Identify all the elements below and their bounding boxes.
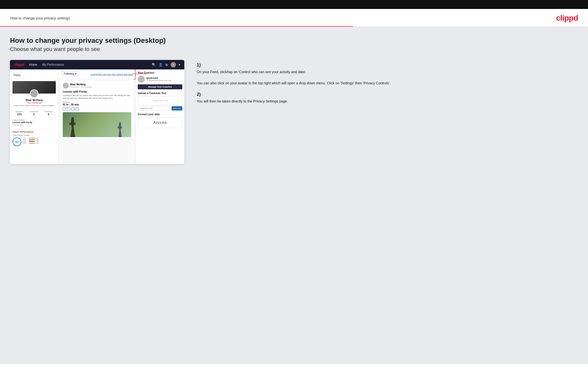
footer: Copyright Clippd 2022 <box>0 364 588 367</box>
metrics: OTT 90 APP 85 <box>23 137 39 144</box>
duration-label: Duration <box>63 101 131 103</box>
app-main-feed: Following ▾ Control who can see your act… <box>59 69 136 164</box>
add-link-button[interactable]: Add Link <box>172 106 182 110</box>
instruction-1-text: On your Feed, click/tap on 'Control who … <box>197 69 578 86</box>
latest-title: Lesson with Fordy <box>12 121 56 124</box>
metric-putt: PUTT 96 <box>23 143 39 144</box>
activity-date: Yesterday · Sunningdale <box>70 86 92 88</box>
activity-user: Blair McHarg Yesterday · Sunningdale <box>63 83 131 89</box>
perf-title: Player Performance <box>12 131 56 133</box>
following-button[interactable]: Following ▾ <box>62 71 79 76</box>
app-navbar: clippd Home My Performance 🔍 👤 ⊕ B ▾ <box>10 60 184 69</box>
main-content: How to change your privacy settings (Des… <box>0 27 588 364</box>
nav-my-performance[interactable]: My Performance <box>42 63 64 66</box>
stat-following: Following 4 <box>44 110 53 116</box>
profile-card: Blair McHarg Plus Handicap Royal North D… <box>10 79 58 149</box>
arccos-box: Arccos <box>138 117 182 128</box>
plus-circle-icon[interactable]: ⊕ <box>165 63 168 67</box>
connect-section: Connect your data Arccos <box>138 113 182 128</box>
manage-coaches-button[interactable]: Manage Your Coaches <box>138 84 182 89</box>
nav-icons: 🔍 👤 ⊕ B ▾ <box>152 62 180 67</box>
coach-name: David Ford <box>146 77 171 79</box>
instruction-2: 2) You will then be taken directly to th… <box>197 92 578 104</box>
chevron-down-icon: ▾ <box>179 63 180 67</box>
latest-label: Latest Activity <box>12 119 56 121</box>
activity-image <box>63 112 131 137</box>
trackman-section: Upload a Trackman Test Trackman Link Add… <box>138 92 182 110</box>
profile-club: Royal North Devon Golf Club, United King… <box>12 105 56 107</box>
stat-followers: Followers 3 <box>30 110 38 116</box>
page-subheading: Choose what you want people to see <box>10 46 578 52</box>
metric-arg: ARG 86 <box>23 141 39 142</box>
activity-card: Blair McHarg Yesterday · Sunningdale Les… <box>61 80 133 139</box>
connect-title: Connect your data <box>138 113 182 116</box>
metric-app: APP 85 <box>23 139 39 141</box>
app-right-panel: Your Coaches David Ford 📍 Royal North De… <box>136 69 184 164</box>
activity-title: Lesson with Fordy <box>63 90 131 93</box>
app-mockup-wrapper: clippd Home My Performance 🔍 👤 ⊕ B ▾ <box>10 60 184 164</box>
feed-tab[interactable]: Feed <box>10 72 58 79</box>
tpq-label: Total Player Quality <box>12 134 56 136</box>
header: How to change your privacy settings clip… <box>0 9 588 26</box>
feed-header: Following ▾ Control who can see your act… <box>59 69 135 78</box>
coach-club: 📍 Royal North Devon Golf Club <box>146 79 171 81</box>
top-bar <box>0 0 588 9</box>
content-row: clippd Home My Performance 🔍 👤 ⊕ B ▾ <box>10 60 578 164</box>
annotation-arrow <box>132 74 147 74</box>
coaches-section: Your Coaches David Ford 📍 Royal North De… <box>138 71 182 89</box>
metric-ott: OTT 90 <box>23 137 39 139</box>
trackman-placeholder-box: Trackman Link <box>138 96 182 105</box>
profile-stats: Activities 131 Followers 3 Following 4 <box>12 109 56 117</box>
trackman-title: Upload a Trackman Test <box>138 92 182 95</box>
activity-desc: Looking to feel like my hands are exitin… <box>63 94 131 100</box>
following-chevron: ▾ <box>75 72 76 75</box>
instruction-1-number: 1) <box>197 62 578 68</box>
latest-date: 03 Aug 2022 <box>12 124 56 126</box>
app-sidebar: Feed Blair McHarg Plus Handicap Royal No… <box>10 69 59 164</box>
tpq-row: 92 OTT 90 APP <box>12 137 56 146</box>
golfer-silhouette <box>68 117 78 137</box>
latest-activity: Latest Activity Lesson with Fordy 03 Aug… <box>12 117 56 127</box>
coach-avatar <box>138 76 145 83</box>
header-title: How to change your privacy settings <box>10 16 70 20</box>
duration-value: 01 hr : 30 min <box>63 103 131 106</box>
location-icon: 📍 <box>146 79 148 81</box>
instruction-2-number: 2) <box>197 92 578 97</box>
stat-activities: Activities 131 <box>15 110 23 116</box>
profile-name: Blair McHarg <box>12 99 56 102</box>
score-circle: 92 <box>12 137 21 146</box>
profile-banner <box>12 81 56 94</box>
activity-avatar <box>63 83 69 89</box>
person-icon[interactable]: 👤 <box>158 63 163 67</box>
tag-ott[interactable]: OTT <box>63 107 70 111</box>
instruction-2-text: You will then be taken directly to the P… <box>197 99 578 104</box>
instruction-1: 1) On your Feed, click/tap on 'Control w… <box>197 62 578 86</box>
profile-handicap: Plus Handicap <box>12 102 56 104</box>
coach-item: David Ford 📍 Royal North Devon Golf Club <box>138 76 182 83</box>
trackman-input[interactable] <box>138 106 171 110</box>
trackman-input-row: Add Link <box>138 106 182 110</box>
app-body: Feed Blair McHarg Plus Handicap Royal No… <box>10 69 184 164</box>
instructions: 1) On your Feed, click/tap on 'Control w… <box>192 60 578 110</box>
app-mockup: clippd Home My Performance 🔍 👤 ⊕ B ▾ <box>10 60 184 164</box>
profile-avatar <box>30 89 38 98</box>
control-link[interactable]: Control who can see your activity and da… <box>90 73 132 76</box>
golfer-silhouette-2 <box>116 122 124 137</box>
user-avatar[interactable]: B <box>171 62 176 67</box>
activity-user-name: Blair McHarg <box>70 83 92 86</box>
tag-app[interactable]: APP <box>71 107 79 111</box>
control-link-wrapper: Control who can see your activity and da… <box>90 72 132 76</box>
search-icon[interactable]: 🔍 <box>152 63 156 67</box>
page-heading: How to change your privacy settings (Des… <box>10 37 578 45</box>
app-logo: clippd <box>14 63 24 67</box>
nav-home[interactable]: Home <box>29 63 37 66</box>
tag-row: OTT APP <box>63 107 131 111</box>
logo: clippd <box>556 13 578 23</box>
player-performance: Player Performance Total Player Quality … <box>12 129 56 146</box>
following-label: Following <box>64 72 74 75</box>
